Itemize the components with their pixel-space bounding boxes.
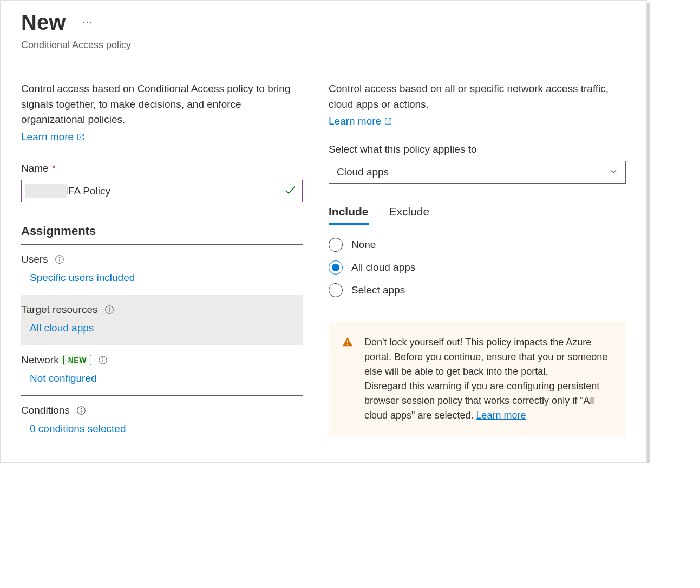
info-icon[interactable] xyxy=(104,305,114,315)
right-panel: Control access based on all or specific … xyxy=(329,81,626,446)
chevron-down-icon xyxy=(609,166,618,178)
external-link-icon xyxy=(384,117,392,125)
radio-label-all: All cloud apps xyxy=(351,262,415,273)
assignment-item-conditions[interactable]: Conditions 0 conditions selected xyxy=(21,396,303,446)
network-label: Network xyxy=(21,354,59,366)
users-label: Users xyxy=(21,253,48,265)
info-icon[interactable] xyxy=(55,254,64,264)
page-subtitle: Conditional Access policy xyxy=(21,40,626,51)
tab-exclude[interactable]: Exclude xyxy=(389,205,430,225)
radio-icon xyxy=(329,238,343,252)
resources-intro-text: Control access based on all or specific … xyxy=(329,81,626,112)
svg-rect-12 xyxy=(347,340,348,343)
radio-label-none: None xyxy=(351,239,376,251)
target-resources-value-link[interactable]: All cloud apps xyxy=(30,322,94,334)
warning-paragraph-1: Don't lock yourself out! This policy imp… xyxy=(364,335,615,379)
resources-learn-more-link[interactable]: Learn more xyxy=(329,115,392,127)
network-value-link[interactable]: Not configured xyxy=(30,373,97,384)
blade-header: New ⋯ Conditional Access policy xyxy=(1,11,646,55)
warning-icon xyxy=(342,336,354,348)
applies-to-dropdown[interactable]: Cloud apps xyxy=(329,161,626,184)
page-title: New xyxy=(21,11,66,33)
dropdown-value: Cloud apps xyxy=(337,166,389,178)
info-icon[interactable] xyxy=(76,406,86,415)
name-field-group: Name * xyxy=(21,162,303,202)
radio-option-select-apps[interactable]: Select apps xyxy=(329,283,626,297)
content-columns: Control access based on Conditional Acce… xyxy=(1,55,646,446)
applies-to-label: Select what this policy applies to xyxy=(329,143,626,155)
info-icon[interactable] xyxy=(98,355,108,365)
users-value-link[interactable]: Specific users included xyxy=(30,272,135,283)
assignment-item-users[interactable]: Users Specific users included xyxy=(21,245,303,295)
radio-option-all-cloud-apps[interactable]: All cloud apps xyxy=(329,260,626,275)
svg-point-5 xyxy=(109,307,109,308)
include-exclude-tabs: Include Exclude xyxy=(329,205,626,225)
target-resources-label: Target resources xyxy=(21,304,98,316)
validation-checkmark-icon xyxy=(284,184,296,198)
external-link-icon xyxy=(77,133,84,141)
conditional-access-policy-blade: New ⋯ Conditional Access policy Control … xyxy=(0,0,647,463)
svg-rect-13 xyxy=(347,344,348,345)
required-indicator: * xyxy=(52,162,56,174)
svg-point-2 xyxy=(59,257,60,257)
learn-more-label: Learn more xyxy=(329,115,381,127)
radio-icon xyxy=(329,260,343,275)
radio-label-select: Select apps xyxy=(351,284,405,296)
warning-learn-more-link[interactable]: Learn more xyxy=(476,410,526,421)
learn-more-label: Learn more xyxy=(21,131,74,143)
lockout-warning-box: Don't lock yourself out! This policy imp… xyxy=(329,322,626,436)
left-panel: Control access based on Conditional Acce… xyxy=(21,81,303,446)
include-radio-group: None All cloud apps Select apps xyxy=(329,238,626,297)
redacted-content xyxy=(25,184,67,198)
more-actions-icon[interactable]: ⋯ xyxy=(82,16,93,29)
assignment-item-network[interactable]: Network NEW Not configured xyxy=(21,345,303,396)
new-badge: NEW xyxy=(63,355,91,365)
radio-option-none[interactable]: None xyxy=(329,238,626,252)
policy-learn-more-link[interactable]: Learn more xyxy=(21,131,84,143)
tab-include[interactable]: Include xyxy=(329,205,369,225)
name-field-label: Name * xyxy=(21,162,303,174)
svg-point-8 xyxy=(102,357,103,358)
warning-paragraph-2: Disregard this warning if you are config… xyxy=(364,379,615,423)
svg-point-11 xyxy=(81,408,81,408)
assignments-heading: Assignments xyxy=(21,224,303,245)
warning-text: Don't lock yourself out! This policy imp… xyxy=(364,335,615,423)
policy-intro-text: Control access based on Conditional Acce… xyxy=(21,81,303,128)
radio-icon xyxy=(329,283,343,297)
conditions-label: Conditions xyxy=(21,404,70,416)
assignment-item-target-resources[interactable]: Target resources All cloud apps xyxy=(21,295,303,345)
conditions-value-link[interactable]: 0 conditions selected xyxy=(30,423,126,434)
